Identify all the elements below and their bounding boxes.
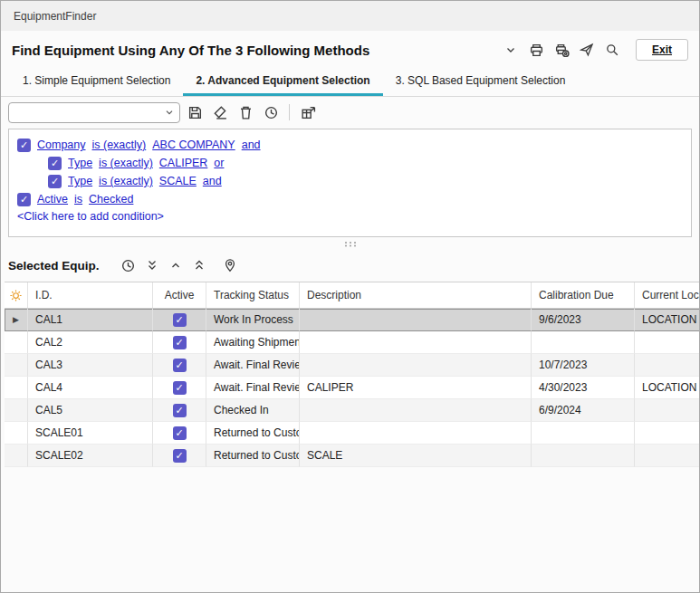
condition-checkbox[interactable]: ✓ bbox=[48, 175, 62, 188]
condition-value-link[interactable]: SCALE bbox=[159, 175, 197, 187]
cell-status[interactable]: Awaiting Shipment bbox=[206, 331, 300, 354]
active-checkbox[interactable]: ✓ bbox=[173, 359, 187, 372]
row-selector-cell[interactable] bbox=[5, 445, 28, 467]
condition-conjunction-link[interactable]: or bbox=[214, 157, 224, 169]
condition-checkbox[interactable]: ✓ bbox=[17, 139, 31, 152]
history-clock-icon[interactable] bbox=[118, 254, 139, 276]
cell-active[interactable]: ✓ bbox=[153, 354, 206, 377]
cell-id[interactable]: CAL3 bbox=[28, 354, 153, 377]
cell-description[interactable] bbox=[300, 331, 532, 354]
add-condition-link[interactable]: <Click here to add condition> bbox=[17, 210, 683, 223]
condition-conjunction-link[interactable]: and bbox=[203, 175, 222, 187]
search-icon[interactable] bbox=[601, 39, 623, 61]
cell-description[interactable] bbox=[300, 309, 532, 331]
row-selector-cell[interactable]: ▶ bbox=[5, 309, 28, 331]
cell-id[interactable]: CAL2 bbox=[28, 331, 153, 354]
cell-location[interactable]: LOCATION 1 bbox=[635, 377, 700, 399]
cell-status[interactable]: Await. Final Review bbox=[206, 354, 300, 377]
column-header-description[interactable]: Description bbox=[300, 282, 532, 308]
cell-active[interactable]: ✓ bbox=[153, 377, 206, 399]
save-filter-icon[interactable] bbox=[184, 101, 206, 123]
cell-status[interactable]: Work In Process bbox=[206, 309, 300, 331]
table-row[interactable]: SCALE02 ✓ Returned to Customer SCALE bbox=[5, 445, 700, 467]
condition-checkbox[interactable]: ✓ bbox=[17, 193, 31, 206]
column-header-location[interactable]: Current Location bbox=[635, 282, 700, 308]
location-pin-icon[interactable] bbox=[219, 254, 241, 276]
column-header-status[interactable]: Tracking Status bbox=[206, 282, 300, 308]
cell-status[interactable]: Returned to Customer bbox=[206, 445, 300, 467]
header-chevron-down-icon[interactable] bbox=[500, 39, 522, 61]
cell-location[interactable] bbox=[635, 445, 700, 467]
column-header-cal-due[interactable]: Calibration Due bbox=[532, 282, 635, 308]
saved-filter-combo[interactable] bbox=[8, 102, 180, 123]
cell-location[interactable] bbox=[635, 331, 700, 354]
table-row[interactable]: CAL4 ✓ Await. Final Review CALIPER 4/30/… bbox=[5, 377, 700, 399]
tab-advanced-selection[interactable]: 2. Advanced Equipment Selection bbox=[183, 69, 382, 96]
active-checkbox[interactable]: ✓ bbox=[173, 313, 187, 327]
condition-value-link[interactable]: Checked bbox=[89, 193, 133, 206]
condition-operator-link[interactable]: is (exactly) bbox=[99, 175, 153, 187]
condition-field-link[interactable]: Active bbox=[37, 193, 68, 206]
condition-checkbox[interactable]: ✓ bbox=[48, 157, 62, 170]
cell-cal-due[interactable]: 9/6/2023 bbox=[532, 309, 635, 331]
cell-description[interactable] bbox=[300, 399, 532, 422]
condition-operator-link[interactable]: is (exactly) bbox=[92, 139, 147, 151]
row-selector-cell[interactable] bbox=[5, 331, 28, 354]
cell-description[interactable]: SCALE bbox=[300, 445, 532, 467]
cell-status[interactable]: Returned to Customer bbox=[206, 422, 300, 445]
condition-value-link[interactable]: ABC COMPANY bbox=[152, 139, 235, 151]
recent-filters-clock-icon[interactable] bbox=[260, 101, 282, 123]
active-checkbox[interactable]: ✓ bbox=[173, 449, 187, 463]
delete-filter-trash-icon[interactable] bbox=[235, 101, 256, 123]
active-checkbox[interactable]: ✓ bbox=[173, 336, 187, 349]
cell-location[interactable]: LOCATION 1 bbox=[635, 309, 700, 331]
cell-active[interactable]: ✓ bbox=[153, 309, 206, 331]
grid-corner-cell[interactable] bbox=[5, 282, 28, 308]
cell-cal-due[interactable] bbox=[532, 422, 635, 445]
cell-active[interactable]: ✓ bbox=[153, 331, 206, 354]
active-checkbox[interactable]: ✓ bbox=[173, 404, 187, 417]
condition-value-link[interactable]: CALIPER bbox=[159, 157, 208, 169]
send-icon[interactable] bbox=[576, 39, 598, 61]
cell-id[interactable]: SCALE01 bbox=[28, 422, 153, 445]
move-all-up-icon[interactable] bbox=[188, 254, 210, 276]
clear-filter-eraser-icon[interactable] bbox=[209, 101, 231, 123]
cell-description[interactable]: CALIPER bbox=[300, 377, 532, 399]
cell-location[interactable] bbox=[635, 422, 700, 445]
move-up-icon[interactable] bbox=[165, 254, 187, 276]
export-grid-icon[interactable] bbox=[297, 101, 319, 123]
table-row[interactable]: CAL5 ✓ Checked In 6/9/2024 bbox=[5, 399, 700, 422]
cell-active[interactable]: ✓ bbox=[153, 399, 206, 422]
cell-status[interactable]: Checked In bbox=[206, 399, 300, 422]
cell-id[interactable]: CAL1 bbox=[28, 309, 153, 331]
cell-id[interactable]: CAL4 bbox=[28, 377, 153, 399]
table-row[interactable]: ▶ CAL1 ✓ Work In Process 9/6/2023 LOCATI… bbox=[5, 309, 700, 331]
table-row[interactable]: CAL2 ✓ Awaiting Shipment bbox=[5, 331, 700, 354]
condition-field-link[interactable]: Type bbox=[68, 157, 92, 169]
row-selector-cell[interactable] bbox=[5, 422, 28, 445]
print-icon[interactable] bbox=[525, 39, 547, 61]
condition-field-link[interactable]: Company bbox=[37, 139, 86, 151]
cell-cal-due[interactable]: 10/7/2023 bbox=[532, 354, 635, 377]
active-checkbox[interactable]: ✓ bbox=[173, 426, 187, 440]
cell-cal-due[interactable]: 6/9/2024 bbox=[532, 399, 635, 422]
cell-status[interactable]: Await. Final Review bbox=[206, 377, 300, 399]
condition-operator-link[interactable]: is bbox=[74, 193, 82, 206]
cell-cal-due[interactable]: 4/30/2023 bbox=[532, 377, 635, 399]
move-all-down-icon[interactable] bbox=[141, 254, 163, 276]
cell-cal-due[interactable] bbox=[532, 331, 635, 354]
splitter-grip[interactable] bbox=[1, 237, 699, 249]
condition-operator-link[interactable]: is (exactly) bbox=[99, 157, 153, 169]
column-header-active[interactable]: Active bbox=[153, 282, 206, 308]
column-header-id[interactable]: I.D. bbox=[28, 282, 153, 308]
tab-sql-selection[interactable]: 3. SQL Based Equipment Selection bbox=[383, 69, 579, 96]
row-selector-cell[interactable] bbox=[5, 399, 28, 422]
cell-cal-due[interactable] bbox=[532, 445, 635, 467]
cell-description[interactable] bbox=[300, 354, 532, 377]
exit-button[interactable]: Exit bbox=[636, 39, 688, 61]
cell-location[interactable] bbox=[635, 354, 700, 377]
cell-location[interactable] bbox=[635, 399, 700, 422]
print-settings-icon[interactable] bbox=[551, 39, 572, 61]
tab-simple-selection[interactable]: 1. Simple Equipment Selection bbox=[10, 69, 183, 96]
cell-description[interactable] bbox=[300, 422, 532, 445]
